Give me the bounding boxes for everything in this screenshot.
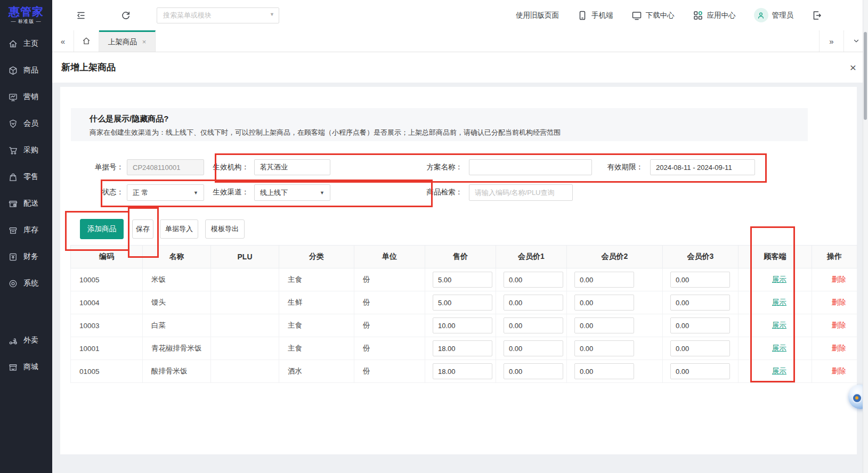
page-header: 新增上架商品 × xyxy=(52,52,868,83)
home-icon xyxy=(82,36,91,46)
cell-plu xyxy=(211,337,279,360)
col-header-action: 操作 xyxy=(812,246,857,268)
client-show-link[interactable]: 展示 xyxy=(772,275,786,283)
col-header-plu: PLU xyxy=(211,246,279,268)
tab-active[interactable]: 上架商品 × xyxy=(99,30,156,52)
sidebar-item-label: 商城 xyxy=(23,362,38,372)
admin-user-label: 管理员 xyxy=(772,11,794,20)
app-grid-icon xyxy=(693,10,703,21)
cell-name: 白菜 xyxy=(143,314,211,337)
save-button[interactable]: 保存 xyxy=(132,219,153,239)
admin-user-button[interactable]: 管理员 xyxy=(754,8,794,22)
download-center-button[interactable]: 下载中心 xyxy=(631,10,675,21)
tab-close-icon[interactable]: × xyxy=(142,38,147,46)
price-input[interactable] xyxy=(433,363,492,379)
export-template-button[interactable]: 模板导出 xyxy=(205,219,245,239)
vip3-input[interactable] xyxy=(670,295,730,311)
client-show-link[interactable]: 展示 xyxy=(772,367,786,375)
sidebar-item-finance[interactable]: 财务 xyxy=(0,243,52,270)
sidebar-item-system[interactable]: 系统 xyxy=(0,270,52,297)
sidebar-item-mall[interactable]: 商城 xyxy=(0,354,52,380)
delete-link[interactable]: 删除 xyxy=(832,298,846,306)
client-show-link[interactable]: 展示 xyxy=(772,321,786,329)
cell-plu xyxy=(211,360,279,383)
tabs-scroll-right-icon[interactable]: » xyxy=(819,30,843,52)
vip1-input[interactable] xyxy=(504,295,563,311)
delete-link[interactable]: 删除 xyxy=(832,344,846,352)
sidebar-item-takeout[interactable]: 外卖 xyxy=(0,327,52,354)
col-header-code: 编码 xyxy=(71,246,143,268)
delete-link[interactable]: 删除 xyxy=(832,275,846,283)
collapse-sidebar-icon[interactable] xyxy=(76,10,86,21)
mobile-client-button[interactable]: 手机端 xyxy=(577,10,613,21)
channel-value: 线上线下 xyxy=(260,188,288,198)
col-header-unit: 单位 xyxy=(354,246,425,268)
caret-down-icon: ▼ xyxy=(320,190,325,195)
price-input[interactable] xyxy=(433,295,492,311)
sidebar-item-delivery[interactable]: 配送 xyxy=(0,190,52,217)
vip3-input[interactable] xyxy=(670,317,730,333)
sidebar-item-goods[interactable]: 商品 xyxy=(0,57,52,84)
client-show-link[interactable]: 展示 xyxy=(772,344,786,352)
plan-name-field[interactable] xyxy=(469,159,592,175)
app-center-button[interactable]: 应用中心 xyxy=(693,10,736,21)
vip3-input[interactable] xyxy=(670,340,730,356)
scrollbar-thumb[interactable] xyxy=(864,32,867,120)
table-row: 10001 青花椒排骨米饭 主食 份 展示 删除 xyxy=(71,337,857,360)
import-document-button[interactable]: 单据导入 xyxy=(160,219,198,239)
app-window: 惠管家 — 标准版 — 主页 商品 营销 会员 采购 零售 配送 xyxy=(0,0,868,473)
vip3-input[interactable] xyxy=(670,363,730,379)
sidebar-item-label: 财务 xyxy=(23,252,38,262)
sidebar-item-inventory[interactable]: 库存 xyxy=(0,217,52,243)
sidebar-item-members[interactable]: 会员 xyxy=(0,110,52,137)
delete-link[interactable]: 删除 xyxy=(832,367,846,375)
tabs-scroll-left-icon[interactable]: « xyxy=(52,30,74,52)
channel-select[interactable]: 线上线下 ▼ xyxy=(254,184,330,201)
menu-search-input[interactable] xyxy=(157,7,279,23)
logout-icon[interactable] xyxy=(812,10,822,21)
vip1-input[interactable] xyxy=(504,363,563,379)
vip3-input[interactable] xyxy=(670,272,730,288)
close-icon[interactable]: × xyxy=(850,62,856,73)
storefront-icon xyxy=(8,199,18,209)
client-show-link[interactable]: 展示 xyxy=(772,298,786,306)
vip2-input[interactable] xyxy=(574,363,634,379)
vip2-input[interactable] xyxy=(574,295,634,311)
sidebar-item-purchase[interactable]: 采购 xyxy=(0,137,52,164)
price-input[interactable] xyxy=(433,340,492,356)
table-row: 10005 米饭 主食 份 展示 删除 xyxy=(71,268,857,291)
brand-edition: — 标准版 — xyxy=(11,18,41,25)
delete-link[interactable]: 删除 xyxy=(832,321,846,329)
org-field[interactable] xyxy=(254,159,330,175)
product-search-field[interactable] xyxy=(469,184,573,201)
cell-name: 青花椒排骨米饭 xyxy=(143,337,211,360)
add-product-button[interactable]: 添加商品 xyxy=(80,219,124,239)
cell-plu xyxy=(211,291,279,314)
topbar-right: 使用旧版页面 手机端 下载中心 应用中心 管理员 xyxy=(516,8,868,22)
sidebar-item-marketing[interactable]: 营销 xyxy=(0,84,52,110)
channel-label: 生效渠道： xyxy=(189,184,249,200)
cart-icon xyxy=(8,145,18,156)
vip1-input[interactable] xyxy=(504,272,563,288)
vip2-input[interactable] xyxy=(574,272,634,288)
tab-home[interactable] xyxy=(74,30,99,52)
legacy-page-link[interactable]: 使用旧版页面 xyxy=(516,11,559,20)
sidebar-item-retail[interactable]: 零售 xyxy=(0,164,52,190)
cell-category: 生鲜 xyxy=(279,291,354,314)
table-row: 10003 白菜 主食 份 展示 删除 xyxy=(71,314,857,337)
sidebar-item-home[interactable]: 主页 xyxy=(0,30,52,57)
price-input[interactable] xyxy=(433,272,492,288)
price-input[interactable] xyxy=(433,317,492,333)
vip2-input[interactable] xyxy=(574,317,634,333)
vip1-input[interactable] xyxy=(504,317,563,333)
menu-search: ▼ xyxy=(157,7,279,23)
sidebar-item-label: 配送 xyxy=(23,199,38,208)
bag-icon xyxy=(8,172,18,182)
cell-unit: 份 xyxy=(354,360,425,383)
valid-period-field[interactable] xyxy=(650,159,755,175)
vip1-input[interactable] xyxy=(504,340,563,356)
cell-category: 酒水 xyxy=(279,360,354,383)
vip2-input[interactable] xyxy=(574,340,634,356)
refresh-icon[interactable] xyxy=(120,10,131,21)
tabbar: « 上架商品 × » xyxy=(52,30,868,52)
